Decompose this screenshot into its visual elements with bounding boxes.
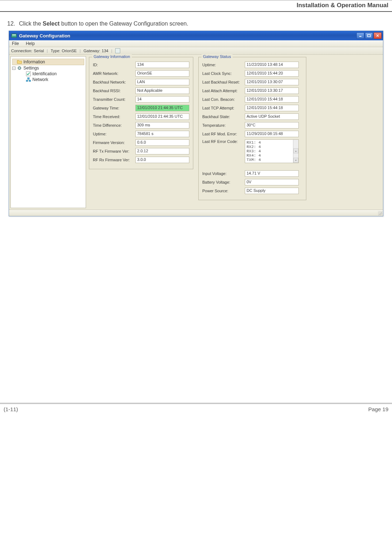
gi-rfrx-row: RF Rx Firmware Ver:3.0.0: [93, 157, 189, 163]
menu-file[interactable]: File: [12, 41, 19, 46]
maximize-button[interactable]: [365, 32, 373, 39]
tree-information[interactable]: Information: [12, 59, 84, 65]
gi-backhaul-net-value: LAN: [135, 79, 189, 85]
gi-gwtime-row: Gateway Time:12/01/2010 21:44:35 UTC: [93, 105, 189, 111]
close-button[interactable]: [374, 32, 382, 39]
gi-backhaul-rssi-row: Backhaul RSSI:Not Applicable: [93, 87, 189, 94]
gs-lasttcp-row: Last TCP Attempt:12/01/2010 15:44:18: [202, 105, 302, 111]
tree-information-label: Information: [23, 59, 45, 64]
gi-backhaul-net-label: Backhaul Network:: [93, 80, 135, 84]
network-icon: [26, 77, 31, 82]
gs-uptime-value: 11/22/2010 13:48:14: [245, 62, 299, 68]
tb-sep-2: |: [80, 49, 81, 53]
doc-title: Installation & Operation Manual: [297, 2, 388, 9]
gs-pwrsrc-value: DC Supply: [245, 188, 299, 194]
gi-id-label: ID:: [93, 63, 135, 67]
gateway-status-group: Gateway Status Uptime:11/22/2010 13:48:1…: [198, 57, 306, 200]
gi-id-value: 134: [135, 62, 189, 68]
gi-uptime-label: Uptime:: [93, 132, 135, 136]
gs-lastattach-value: 12/01/2010 13:30:17: [245, 87, 299, 94]
gs-lastrfmod-row: Last RF Mod. Error:11/29/2010 08:15:48: [202, 131, 302, 137]
folder-icon: [17, 59, 22, 64]
gs-lastbhreset-row: Last Backhaul Reset:12/01/2010 13:30:07: [202, 79, 302, 85]
gi-amr-value: OrionSE: [135, 70, 189, 77]
content-area: Information − Settings Identification Ne…: [9, 55, 383, 210]
gs-bhstate-row: Backhaul State:Active UDP Socket: [202, 113, 302, 120]
tb-type-label: Type:: [51, 49, 60, 53]
resize-grip-icon[interactable]: [378, 211, 382, 215]
gi-timediff-value: 309 ms: [135, 122, 189, 129]
tree-settings-label: Settings: [23, 66, 39, 71]
tree-identification[interactable]: Identification: [12, 71, 84, 77]
tree-network[interactable]: Network: [12, 77, 84, 82]
gi-backhaul-net-row: Backhaul Network:LAN: [93, 79, 189, 85]
svg-rect-9: [26, 80, 28, 82]
step-prefix: Click the: [19, 21, 43, 27]
gs-uptime-row: Uptime:11/22/2010 13:48:14: [202, 62, 302, 68]
gs-lastrfmod-value: 11/29/2010 08:15:48: [245, 131, 299, 137]
menubar: File Help: [9, 40, 383, 47]
gi-uptime-value: 784581 s: [135, 131, 189, 137]
tree-settings[interactable]: − Settings: [12, 65, 84, 71]
gs-temp-label: Temperature:: [202, 123, 245, 127]
page-header: Installation & Operation Manual: [0, 0, 392, 12]
refresh-icon[interactable]: [115, 48, 120, 53]
gs-batvolt-label: Battery Voltage:: [202, 180, 245, 184]
gi-timediff-row: Time Difference:309 ms: [93, 122, 189, 129]
tree-identification-label: Identification: [32, 71, 57, 76]
gs-involt-label: Input Voltage:: [202, 171, 245, 176]
gs-lastrfcode-label: Last RF Error Code:: [202, 139, 245, 144]
svg-rect-11: [27, 78, 29, 79]
gs-batvolt-row: Battery Voltage:0V: [202, 179, 302, 185]
gs-pwrsrc-label: Power Source:: [202, 189, 245, 193]
gi-timerecv-row: Time Received:12/01/2010 21:44:35 UTC: [93, 113, 189, 120]
gi-timerecv-value: 12/01/2010 21:44:35 UTC: [135, 113, 189, 120]
titlebar[interactable]: Gateway Configuration: [9, 31, 383, 40]
gs-lastclock-label: Last Clock Sync:: [202, 71, 245, 76]
gs-lastrfcode-value[interactable]: RX1: 4 RX2: 4 RX3: 4 RX4: 4 TXM: 4 ▴ ▾: [245, 139, 299, 163]
gs-temp-row: Temperature:30°C: [202, 122, 302, 129]
gs-lastbeacon-label: Last Con. Beacon:: [202, 97, 245, 102]
gs-lastattach-row: Last Attach Attempt:12/01/2010 13:30:17: [202, 87, 302, 94]
gateway-info-legend: Gateway Information: [92, 54, 132, 59]
gi-timediff-label: Time Difference:: [93, 123, 135, 127]
tb-connection-label: Connection:: [11, 49, 32, 53]
gs-lastrfcode-row: Last RF Error Code: RX1: 4 RX2: 4 RX3: 4…: [202, 139, 302, 163]
gs-bhstate-value: Active UDP Socket: [245, 113, 299, 120]
gi-backhaul-rssi-label: Backhaul RSSI:: [93, 89, 135, 93]
textarea-scrollbar[interactable]: ▴ ▾: [293, 140, 298, 163]
svg-point-7: [19, 67, 20, 69]
gi-gwtime-value: 12/01/2010 21:44:35 UTC: [135, 105, 189, 111]
scroll-down-icon[interactable]: ▾: [293, 158, 298, 163]
window-title: Gateway Configuration: [19, 33, 356, 39]
gs-pwrsrc-row: Power Source:DC Supply: [202, 188, 302, 194]
gi-fw-label: Firmware Version:: [93, 140, 135, 145]
statusbar: [9, 210, 383, 216]
gi-rfrx-value: 3.0.0: [135, 157, 189, 163]
check-icon: [26, 71, 31, 76]
gs-batvolt-value: 0V: [245, 179, 299, 185]
step-suffix: button to open the Gateway Configuration…: [60, 21, 189, 27]
gs-lastattach-label: Last Attach Attempt:: [202, 89, 245, 93]
gs-involt-row: Input Voltage:14.71 V: [202, 170, 302, 177]
gs-involt-value: 14.71 V: [245, 170, 299, 177]
gs-lastbhreset-label: Last Backhaul Reset:: [202, 80, 245, 84]
tb-gateway-label: Gateway:: [84, 49, 100, 53]
gs-lastbhreset-value: 12/01/2010 13:30:07: [245, 79, 299, 85]
tree-toggle-icon[interactable]: −: [12, 67, 15, 70]
nav-tree: Information − Settings Identification Ne…: [10, 56, 86, 208]
gi-fw-row: Firmware Version:0.6.0: [93, 139, 189, 146]
minimize-button[interactable]: [356, 32, 364, 39]
gi-uptime-row: Uptime:784581 s: [93, 131, 189, 137]
window-buttons: [356, 32, 382, 39]
page-footer: (1-11) Page 19: [0, 404, 392, 412]
tb-gateway-value: 134: [102, 49, 108, 53]
gear-icon: [17, 66, 22, 71]
footer-left: (1-11): [4, 406, 18, 412]
footer-right: Page 19: [368, 406, 388, 412]
scroll-up-icon[interactable]: ▴: [293, 148, 298, 153]
tree-network-label: Network: [32, 77, 48, 82]
gi-txcount-value: 14: [135, 96, 189, 103]
gi-id-row: ID:134: [93, 62, 189, 68]
menu-help[interactable]: Help: [26, 41, 35, 46]
